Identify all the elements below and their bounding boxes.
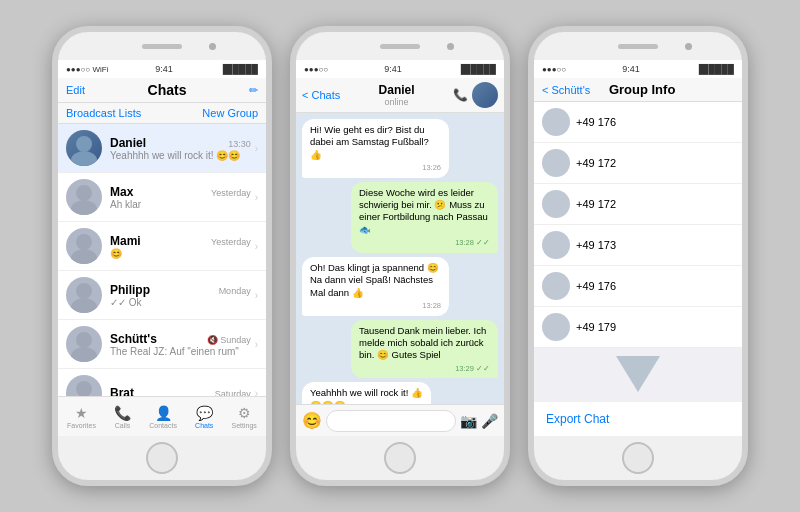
avatar <box>542 272 570 300</box>
svg-point-4 <box>76 234 92 250</box>
chat-preview: Yeahhhh we will rock it! 😊😊 <box>110 150 251 161</box>
avatar <box>66 179 102 215</box>
broadcast-lists-button[interactable]: Broadcast Lists <box>66 107 141 119</box>
tab-favorites[interactable]: ★Favorites <box>67 405 96 429</box>
list-item[interactable]: +49 176 <box>534 266 742 307</box>
chevron-right-icon: › <box>255 192 258 203</box>
emoji-icon[interactable]: 😊 <box>302 411 322 430</box>
chat-name: Schütt's <box>110 332 157 346</box>
back-button[interactable]: < Schütt's <box>542 84 590 96</box>
list-item[interactable]: +49 172 <box>534 143 742 184</box>
list-item[interactable]: +49 172 <box>534 184 742 225</box>
message-bubble: Yeahhhh we will rock it! 👍😊😊😊 13:30 <box>302 382 431 404</box>
chat-preview: 😊 <box>110 248 251 259</box>
home-button[interactable] <box>146 442 178 474</box>
tab-settings[interactable]: ⚙Settings <box>232 405 257 429</box>
member-number: +49 179 <box>576 321 616 333</box>
phone-3-bottom <box>534 436 742 480</box>
message-bubble: Oh! Das klingt ja spannend 😊 Na dann vie… <box>302 257 449 316</box>
chat-icon: 💬 <box>196 405 213 421</box>
tab-calls[interactable]: 📞Calls <box>114 405 131 429</box>
phone-2-screen: ●●●○○ 9:41 ▐█████ < Chats Daniel online … <box>296 60 504 436</box>
home-button[interactable] <box>622 442 654 474</box>
home-button[interactable] <box>384 442 416 474</box>
arrow-down-icon <box>616 356 660 392</box>
carrier: ●●●○○ WiFi <box>66 65 108 74</box>
svg-point-10 <box>76 381 92 396</box>
status-bar-2: ●●●○○ 9:41 ▐█████ <box>296 60 504 78</box>
message-time: 13:28 <box>310 301 441 311</box>
tab-label: Contacts <box>149 422 177 429</box>
list-item[interactable]: MamiYesterday 😊 › <box>58 222 266 271</box>
tab-chats[interactable]: 💬Chats <box>195 405 213 429</box>
avatar <box>66 326 102 362</box>
chat-time: 13:30 <box>228 139 251 149</box>
avatar <box>66 130 102 166</box>
avatar <box>542 231 570 259</box>
phone-3-top <box>534 32 742 60</box>
svg-point-6 <box>76 283 92 299</box>
back-button[interactable]: < Chats <box>302 89 340 101</box>
member-number: +49 172 <box>576 157 616 169</box>
phone-3-screen: ●●●○○ 9:41 ▐█████ < Schütt's Group Info … <box>534 60 742 436</box>
phone-1-screen: ●●●○○ WiFi 9:41 ▐█████ Edit Chats ✏ Broa… <box>58 60 266 436</box>
speaker <box>142 44 182 49</box>
battery-1: ▐█████ <box>220 64 258 74</box>
message-time: 13:28 ✓✓ <box>359 238 490 248</box>
chat-nav-center: Daniel online <box>344 83 449 107</box>
message-text: Diese Woche wird es leider schwierig bei… <box>359 187 488 235</box>
member-number: +49 176 <box>576 116 616 128</box>
contact-status: online <box>344 97 449 107</box>
battery-2: ▐█████ <box>458 64 496 74</box>
chats-sub-nav: Broadcast Lists New Group <box>58 103 266 124</box>
chats-nav: Edit Chats ✏ <box>58 78 266 103</box>
chat-time: 🔇 Sunday <box>207 335 251 345</box>
message-bubble: Tausend Dank mein lieber. Ich melde mich… <box>351 320 498 379</box>
status-bar-1: ●●●○○ WiFi 9:41 ▐█████ <box>58 60 266 78</box>
export-chat-button[interactable]: Export Chat <box>534 402 742 436</box>
compose-button[interactable]: ✏ <box>249 84 258 97</box>
camera-dot <box>209 43 216 50</box>
list-item[interactable]: BratSaturday › <box>58 369 266 396</box>
contact-name: Daniel <box>344 83 449 97</box>
message-text: Hi! Wie geht es dir? Bist du dabei am Sa… <box>310 124 429 160</box>
camera-dot <box>447 43 454 50</box>
list-item[interactable]: +49 173 <box>534 225 742 266</box>
list-item[interactable]: +49 176 <box>534 102 742 143</box>
time-2: 9:41 <box>384 64 402 74</box>
list-item[interactable]: +49 179 <box>534 307 742 348</box>
list-item[interactable]: MaxYesterday Ah klar › <box>58 173 266 222</box>
chat-name: Mami <box>110 234 141 248</box>
edit-button[interactable]: Edit <box>66 84 85 96</box>
messages-area: Hi! Wie geht es dir? Bist du dabei am Sa… <box>296 113 504 404</box>
call-icon[interactable]: 📞 <box>453 88 468 102</box>
chat-list: Daniel 13:30 Yeahhhh we will rock it! 😊😊… <box>58 124 266 396</box>
phone-1: ●●●○○ WiFi 9:41 ▐█████ Edit Chats ✏ Broa… <box>52 26 272 486</box>
list-item[interactable]: PhilippMonday ✓✓ Ok › <box>58 271 266 320</box>
camera-icon[interactable]: 📷 <box>460 413 477 429</box>
phone-1-top <box>58 32 266 60</box>
phone-icon: 📞 <box>114 405 131 421</box>
list-item[interactable]: Daniel 13:30 Yeahhhh we will rock it! 😊😊… <box>58 124 266 173</box>
avatar <box>542 190 570 218</box>
avatar <box>542 149 570 177</box>
tab-label: Settings <box>232 422 257 429</box>
chats-title: Chats <box>148 82 187 98</box>
list-item[interactable]: Schütt's🔇 Sunday The Real JZ: Auf "einen… <box>58 320 266 369</box>
chevron-right-icon: › <box>255 339 258 350</box>
phone-3: ●●●○○ 9:41 ▐█████ < Schütt's Group Info … <box>528 26 748 486</box>
group-nav: < Schütt's Group Info <box>534 78 742 102</box>
message-text: Yeahhhh we will rock it! 👍😊😊😊 <box>310 387 423 404</box>
message-time: 13:26 <box>310 163 441 173</box>
new-group-button[interactable]: New Group <box>202 107 258 119</box>
message-input[interactable] <box>326 410 456 432</box>
chat-time: Yesterday <box>211 188 251 198</box>
chat-time: Yesterday <box>211 237 251 247</box>
svg-point-7 <box>71 298 97 313</box>
tab-contacts[interactable]: 👤Contacts <box>149 405 177 429</box>
battery-3: ▐█████ <box>696 64 734 74</box>
tab-label: Favorites <box>67 422 96 429</box>
chat-name: Daniel <box>110 136 146 150</box>
mic-icon[interactable]: 🎤 <box>481 413 498 429</box>
chat-time: Saturday <box>215 389 251 396</box>
